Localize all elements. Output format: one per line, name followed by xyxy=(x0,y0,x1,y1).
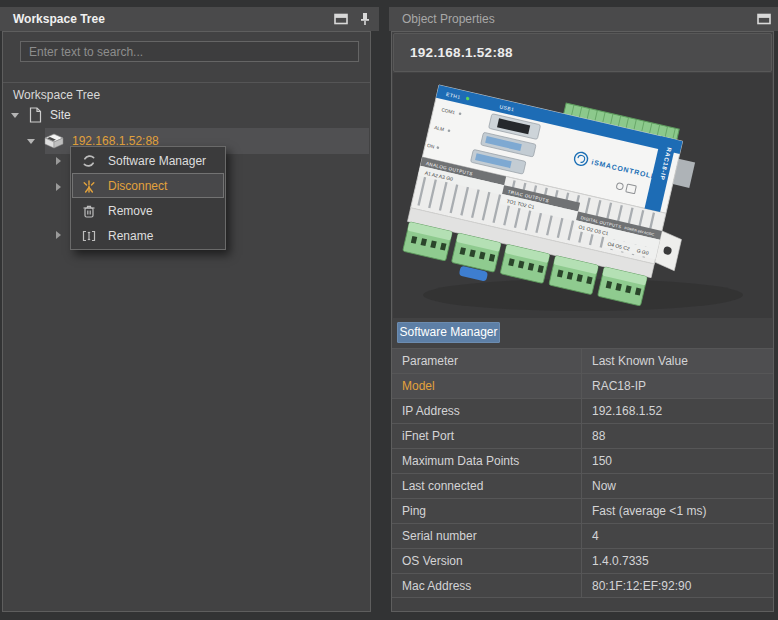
panel-title: Object Properties xyxy=(402,12,748,26)
property-value: 1.4.0.7335 xyxy=(582,549,773,573)
menu-item-remove[interactable]: Remove xyxy=(72,198,224,223)
properties-table: Parameter Last Known Value ModelRAC18-IP… xyxy=(392,348,773,598)
property-name: Model xyxy=(392,374,582,398)
workspace-tree-panel: Workspace Tree Workspace Tree Site xyxy=(0,0,379,614)
tree-node-site[interactable]: Site xyxy=(3,102,370,128)
trash-icon xyxy=(81,203,97,219)
pin-icon[interactable] xyxy=(357,12,373,26)
property-row-ifnet-port[interactable]: iFnet Port88 xyxy=(392,423,773,448)
window-position-icon[interactable] xyxy=(756,12,772,26)
properties-table-body: ModelRAC18-IPIP Address192.168.1.52iFnet… xyxy=(392,373,773,598)
property-value: Now xyxy=(582,474,773,498)
tree-node-label: Site xyxy=(50,108,71,122)
search-input[interactable] xyxy=(20,41,359,62)
menu-item-disconnect[interactable]: Disconnect xyxy=(72,173,224,198)
expander-collapsed-icon[interactable] xyxy=(56,157,61,165)
property-value: RAC18-IP xyxy=(582,374,773,398)
device-image-box: ETH1 USB1 COM1 ALM xyxy=(393,73,772,318)
property-name: iFnet Port xyxy=(392,424,582,448)
disconnect-icon xyxy=(81,178,97,194)
sync-icon xyxy=(81,153,97,169)
property-value: 4 xyxy=(582,524,773,548)
table-header-row: Parameter Last Known Value xyxy=(392,348,773,373)
object-properties-body: 192.168.1.52:88 xyxy=(391,31,774,612)
column-header-value: Last Known Value xyxy=(582,349,773,373)
property-value: 88 xyxy=(582,424,773,448)
property-row-model[interactable]: ModelRAC18-IP xyxy=(392,373,773,398)
menu-item-rename[interactable]: Rename xyxy=(72,223,224,248)
controller-device-icon xyxy=(44,133,64,149)
property-row-last-connected[interactable]: Last connectedNow xyxy=(392,473,773,498)
workspace-tree-body: Workspace Tree Site xyxy=(2,31,371,612)
panel-title: Workspace Tree xyxy=(13,12,325,26)
device-photo-rac18-ip: ETH1 USB1 COM1 ALM xyxy=(393,73,776,318)
menu-item-label: Software Manager xyxy=(108,154,206,168)
window-position-icon[interactable] xyxy=(333,12,349,26)
property-value: 150 xyxy=(582,449,773,473)
property-name: Mac Address xyxy=(392,574,582,597)
application-window: Workspace Tree Workspace Tree Site xyxy=(0,0,778,620)
menu-item-label: Remove xyxy=(108,204,153,218)
property-row-os-version[interactable]: OS Version1.4.0.7335 xyxy=(392,548,773,573)
property-name: Maximum Data Points xyxy=(392,449,582,473)
device-title: 192.168.1.52:88 xyxy=(393,33,772,72)
property-value: 192.168.1.52 xyxy=(582,399,773,423)
software-manager-button[interactable]: Software Manager xyxy=(397,322,500,343)
property-row-mac-address[interactable]: Mac Address80:1F:12:EF:92:90 xyxy=(392,573,773,598)
menu-item-label: Rename xyxy=(108,229,153,243)
context-menu: Software Manager Disconnect xyxy=(70,146,226,250)
object-properties-caption: Object Properties xyxy=(389,7,778,31)
property-name: IP Address xyxy=(392,399,582,423)
property-row-ip-address[interactable]: IP Address192.168.1.52 xyxy=(392,398,773,423)
property-name: Last connected xyxy=(392,474,582,498)
property-value: 80:1F:12:EF:92:90 xyxy=(582,574,773,597)
property-row-ping[interactable]: PingFast (average <1 ms) xyxy=(392,498,773,523)
expander-expanded-icon[interactable] xyxy=(11,113,19,118)
property-value: Fast (average <1 ms) xyxy=(582,499,773,523)
property-name: Serial number xyxy=(392,524,582,548)
expander-expanded-icon[interactable] xyxy=(27,139,35,144)
document-icon xyxy=(29,107,42,123)
expander-collapsed-icon[interactable] xyxy=(56,183,61,191)
expander-collapsed-icon[interactable] xyxy=(56,231,61,239)
workspace-tree-caption: Workspace Tree xyxy=(0,7,379,31)
property-name: OS Version xyxy=(392,549,582,573)
property-row-serial-number[interactable]: Serial number4 xyxy=(392,523,773,548)
menu-item-label: Disconnect xyxy=(108,179,167,193)
menu-item-software-manager[interactable]: Software Manager xyxy=(72,148,224,173)
property-row-maximum-data-points[interactable]: Maximum Data Points150 xyxy=(392,448,773,473)
object-properties-panel: Object Properties 192.168.1.52:88 xyxy=(389,0,778,614)
rename-icon xyxy=(81,228,97,244)
column-header-parameter: Parameter xyxy=(392,349,582,373)
property-name: Ping xyxy=(392,499,582,523)
